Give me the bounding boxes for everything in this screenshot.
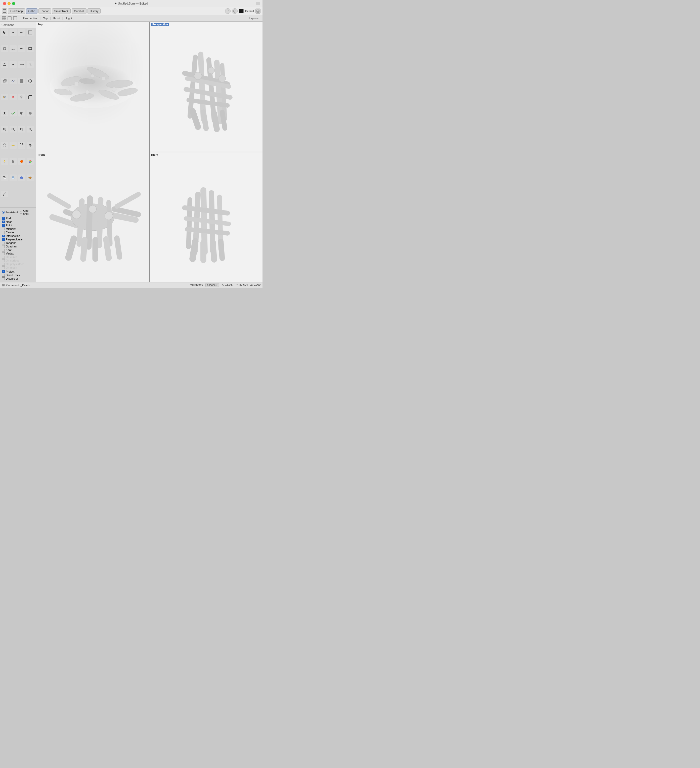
zoom-all-tool[interactable]: [27, 126, 34, 133]
history-button[interactable]: History: [88, 8, 101, 14]
gumball-button[interactable]: Gumball: [72, 8, 86, 14]
solid-box-tool[interactable]: [1, 78, 8, 84]
oneshot-radio[interactable]: One shot: [20, 209, 34, 215]
tab-right[interactable]: Right: [64, 16, 74, 21]
light-tool[interactable]: [1, 158, 8, 165]
snap-item-on-polysurface[interactable]: On polysurface: [2, 262, 34, 266]
sparkle-tool[interactable]: [10, 142, 17, 149]
mesh-tool[interactable]: [18, 78, 25, 84]
single-layout-icon[interactable]: [7, 16, 12, 21]
minimize-button[interactable]: [8, 2, 11, 5]
blend-tool[interactable]: [18, 61, 25, 68]
rectangle-tool[interactable]: [27, 45, 34, 52]
surface-tool[interactable]: [10, 78, 17, 84]
snap-disableall[interactable]: Disable all: [2, 277, 34, 280]
render-tool[interactable]: [18, 158, 25, 165]
zoom-window-tool[interactable]: [18, 126, 25, 133]
smarttrack-button[interactable]: SmartTrack: [52, 8, 71, 14]
snap-item-perpendicular[interactable]: Perpendicular: [2, 238, 34, 241]
ortho-button[interactable]: Ortho: [26, 8, 38, 14]
viewport-perspective[interactable]: Perspective: [150, 22, 262, 152]
svg-marker-34: [29, 80, 32, 83]
dimension-tool[interactable]: [1, 110, 8, 117]
layout-view-button[interactable]: [256, 8, 261, 14]
command-bar[interactable]: Command: [0, 22, 36, 28]
sidebar-toggle-button[interactable]: [2, 8, 7, 14]
tab-front[interactable]: Front: [51, 16, 62, 21]
fillet-tool[interactable]: [27, 94, 34, 100]
snap-item-knot[interactable]: Knot: [2, 248, 34, 251]
polyline-tool[interactable]: [27, 29, 34, 36]
viewport-perspective-content: [150, 22, 262, 152]
persistent-radio[interactable]: Persistent: [2, 209, 18, 215]
cplane-button[interactable]: CPlane ▾: [205, 283, 219, 287]
snap-item-center[interactable]: Center: [2, 231, 34, 234]
tab-top[interactable]: Top: [41, 16, 50, 21]
analysis-circle-tool[interactable]: [18, 110, 25, 117]
extrude-tool[interactable]: [27, 78, 34, 84]
grid-layout-icon[interactable]: [2, 16, 6, 21]
curve-tool[interactable]: [18, 29, 25, 36]
snap-item-end[interactable]: End: [2, 217, 34, 220]
svg-rect-23: [29, 48, 32, 50]
snap-item-on-surface[interactable]: On surface: [2, 259, 34, 262]
window-control-button[interactable]: [256, 2, 260, 5]
viewport-top-label: Top: [38, 22, 43, 26]
arc-tool[interactable]: [10, 45, 17, 52]
snap-item-intersection[interactable]: Intersection: [2, 234, 34, 237]
sphere-tool[interactable]: [18, 174, 25, 181]
snap-item-on-mesh[interactable]: On mesh: [2, 266, 34, 269]
snap-item-midpoint[interactable]: Midpoint: [2, 227, 34, 230]
tab-perspective[interactable]: Perspective: [21, 16, 39, 21]
svg-rect-12: [8, 17, 11, 20]
transform-tool[interactable]: [1, 94, 8, 100]
worksession-tool[interactable]: [1, 174, 8, 181]
snap-item-vertex[interactable]: Vertex: [2, 252, 34, 255]
svg-rect-27: [3, 80, 5, 82]
maximize-button[interactable]: [12, 2, 15, 5]
viewport-front[interactable]: Front: [36, 152, 149, 282]
svg-line-147: [193, 242, 195, 259]
ellipse-tool[interactable]: [1, 61, 8, 68]
zoom-out-tool[interactable]: [10, 126, 17, 133]
rotate-cw-icon-button[interactable]: [225, 8, 230, 14]
close-button[interactable]: [3, 2, 6, 5]
snap-item-on-curve[interactable]: On curve: [2, 256, 34, 259]
snap-smarttrack[interactable]: SmartTrack: [2, 274, 34, 277]
svg-rect-74: [4, 177, 6, 179]
colorwheel-tool[interactable]: [27, 158, 34, 165]
snap-item-tangent[interactable]: Tangent: [2, 242, 34, 245]
lock-tool[interactable]: [10, 158, 17, 165]
snap-project[interactable]: Project: [2, 270, 34, 273]
rotate-view-tool[interactable]: [1, 142, 8, 149]
layouts-button[interactable]: Layouts...: [249, 17, 261, 20]
freeform-tool[interactable]: [18, 45, 25, 52]
subobject-tool[interactable]: [18, 94, 25, 100]
snap-item-quadrant[interactable]: Quadrant: [2, 245, 34, 248]
point-tool[interactable]: [10, 29, 17, 36]
viewport-top[interactable]: Top: [36, 22, 149, 152]
grid-snap-button[interactable]: Grid Snap: [8, 8, 25, 14]
zoom-in-tool[interactable]: [1, 126, 8, 133]
svg-point-38: [21, 96, 22, 98]
select-tool[interactable]: [1, 29, 8, 36]
boolunion-tool[interactable]: [10, 94, 17, 100]
named-view-tool[interactable]: [18, 142, 25, 149]
snap-item-point[interactable]: Point: [2, 224, 34, 227]
circle-tool[interactable]: [1, 45, 8, 52]
offset-tool[interactable]: [10, 61, 17, 68]
split-layout-icon[interactable]: [13, 16, 18, 21]
planar-button[interactable]: Planar: [38, 8, 51, 14]
trim-tool[interactable]: [27, 61, 34, 68]
viewport-right[interactable]: Right: [150, 152, 262, 282]
zebra-tool[interactable]: [27, 110, 34, 117]
circle-icon-button[interactable]: [232, 8, 238, 14]
snap-item-near[interactable]: Near: [2, 220, 34, 223]
svg-line-59: [22, 130, 23, 131]
arrow-tool[interactable]: [27, 174, 34, 181]
color-swatch[interactable]: [239, 9, 244, 13]
layer-tool[interactable]: [10, 174, 17, 181]
checkmark-tool[interactable]: [10, 110, 17, 117]
camera-tool[interactable]: [27, 142, 34, 149]
scale-tool[interactable]: [1, 190, 8, 197]
